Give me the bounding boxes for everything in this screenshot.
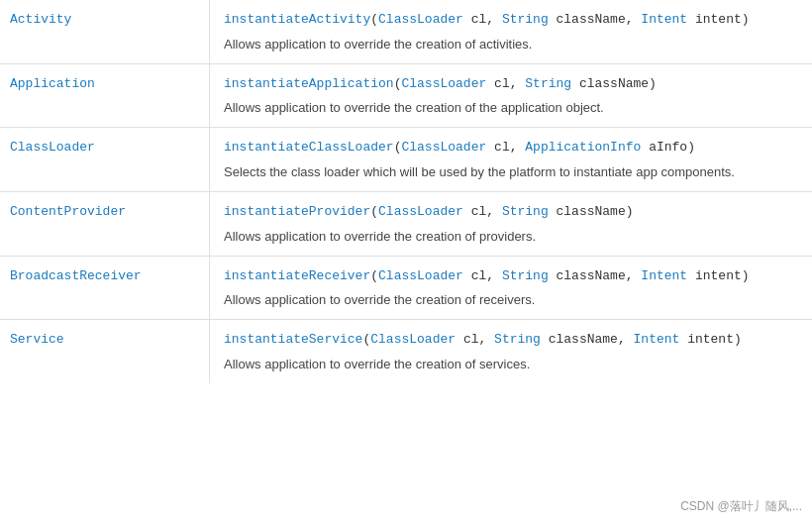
method-text: cl, bbox=[456, 332, 494, 347]
method-text: ( bbox=[370, 12, 378, 27]
api-table: ActivityinstantiateActivity(ClassLoader … bbox=[0, 0, 812, 383]
method-description: Selects the class loader which will be u… bbox=[224, 163, 798, 181]
param-type-link[interactable]: Intent bbox=[641, 12, 687, 27]
method-text: cl, bbox=[486, 76, 525, 91]
param-type-link[interactable]: ClassLoader bbox=[378, 268, 463, 283]
param-type-link[interactable]: String bbox=[525, 76, 571, 91]
type-link-service[interactable]: Service bbox=[10, 332, 64, 347]
type-link-contentprovider[interactable]: ContentProvider bbox=[10, 204, 126, 219]
row-type-label: Service bbox=[0, 320, 210, 383]
method-description: Allows application to override the creat… bbox=[224, 228, 798, 246]
type-link-activity[interactable]: Activity bbox=[10, 12, 71, 27]
type-link-application[interactable]: Application bbox=[10, 76, 95, 91]
row-type-label: ContentProvider bbox=[0, 192, 210, 256]
param-type-link[interactable]: ClassLoader bbox=[401, 76, 486, 91]
method-text: className, bbox=[549, 268, 642, 283]
method-text: className) bbox=[549, 204, 634, 219]
method-name[interactable]: instantiateReceiver bbox=[224, 268, 370, 283]
method-text: aInfo) bbox=[641, 140, 695, 155]
param-type-link[interactable]: String bbox=[502, 12, 549, 27]
table-row: BroadcastReceiverinstantiateReceiver(Cla… bbox=[0, 257, 812, 321]
param-type-link[interactable]: ClassLoader bbox=[370, 332, 456, 347]
method-text: cl, bbox=[463, 12, 502, 27]
method-text: cl, bbox=[486, 140, 525, 155]
table-row: ContentProviderinstantiateProvider(Class… bbox=[0, 192, 812, 257]
row-method-desc: instantiateActivity(ClassLoader cl, Stri… bbox=[210, 0, 812, 63]
method-name[interactable]: instantiateClassLoader bbox=[224, 140, 394, 155]
param-type-link[interactable]: Intent bbox=[634, 332, 680, 347]
param-type-link[interactable]: ClassLoader bbox=[401, 140, 486, 155]
method-text: ( bbox=[370, 268, 378, 283]
table-row: ServiceinstantiateService(ClassLoader cl… bbox=[0, 320, 812, 383]
param-type-link[interactable]: String bbox=[502, 268, 549, 283]
table-row: ApplicationinstantiateApplication(ClassL… bbox=[0, 64, 812, 129]
param-type-link[interactable]: Intent bbox=[641, 268, 687, 283]
method-name[interactable]: instantiateActivity bbox=[224, 12, 370, 27]
method-text: intent) bbox=[687, 12, 749, 27]
method-text: cl, bbox=[463, 268, 502, 283]
method-text: className) bbox=[571, 76, 657, 91]
row-type-label: Activity bbox=[0, 0, 210, 63]
row-type-label: ClassLoader bbox=[0, 128, 210, 191]
method-signature: instantiateApplication(ClassLoader cl, S… bbox=[224, 74, 798, 94]
method-description: Allows application to override the creat… bbox=[224, 356, 798, 373]
method-signature: instantiateReceiver(ClassLoader cl, Stri… bbox=[224, 266, 798, 286]
table-row: ClassLoaderinstantiateClassLoader(ClassL… bbox=[0, 128, 812, 192]
method-signature: instantiateClassLoader(ClassLoader cl, A… bbox=[224, 138, 798, 158]
method-text: ( bbox=[370, 204, 378, 219]
param-type-link[interactable]: ClassLoader bbox=[378, 204, 463, 219]
row-method-desc: instantiateReceiver(ClassLoader cl, Stri… bbox=[210, 257, 812, 320]
method-signature: instantiateActivity(ClassLoader cl, Stri… bbox=[224, 10, 798, 30]
param-type-link[interactable]: String bbox=[502, 204, 549, 219]
method-text: intent) bbox=[679, 332, 741, 347]
method-signature: instantiateProvider(ClassLoader cl, Stri… bbox=[224, 202, 798, 222]
watermark-text: CSDN @落叶丿随风,... bbox=[680, 498, 802, 515]
table-row: ActivityinstantiateActivity(ClassLoader … bbox=[0, 0, 812, 64]
method-text: className, bbox=[549, 12, 642, 27]
method-description: Allows application to override the creat… bbox=[224, 291, 798, 309]
method-name[interactable]: instantiateService bbox=[224, 332, 362, 347]
type-link-broadcastreceiver[interactable]: BroadcastReceiver bbox=[10, 268, 142, 283]
method-description: Allows application to override the creat… bbox=[224, 99, 798, 117]
param-type-link[interactable]: String bbox=[494, 332, 541, 347]
method-name[interactable]: instantiateApplication bbox=[224, 76, 394, 91]
type-link-classloader[interactable]: ClassLoader bbox=[10, 140, 95, 155]
param-type-link[interactable]: ApplicationInfo bbox=[525, 140, 641, 155]
method-name[interactable]: instantiateProvider bbox=[224, 204, 370, 219]
row-type-label: Application bbox=[0, 64, 210, 128]
method-description: Allows application to override the creat… bbox=[224, 36, 798, 53]
row-method-desc: instantiateProvider(ClassLoader cl, Stri… bbox=[210, 192, 812, 256]
method-text: className, bbox=[541, 332, 634, 347]
param-type-link[interactable]: ClassLoader bbox=[378, 12, 463, 27]
method-text: cl, bbox=[463, 204, 502, 219]
row-method-desc: instantiateService(ClassLoader cl, Strin… bbox=[210, 320, 812, 383]
method-text: intent) bbox=[687, 268, 749, 283]
method-signature: instantiateService(ClassLoader cl, Strin… bbox=[224, 330, 798, 350]
row-type-label: BroadcastReceiver bbox=[0, 257, 210, 320]
row-method-desc: instantiateClassLoader(ClassLoader cl, A… bbox=[210, 128, 812, 191]
row-method-desc: instantiateApplication(ClassLoader cl, S… bbox=[210, 64, 812, 128]
